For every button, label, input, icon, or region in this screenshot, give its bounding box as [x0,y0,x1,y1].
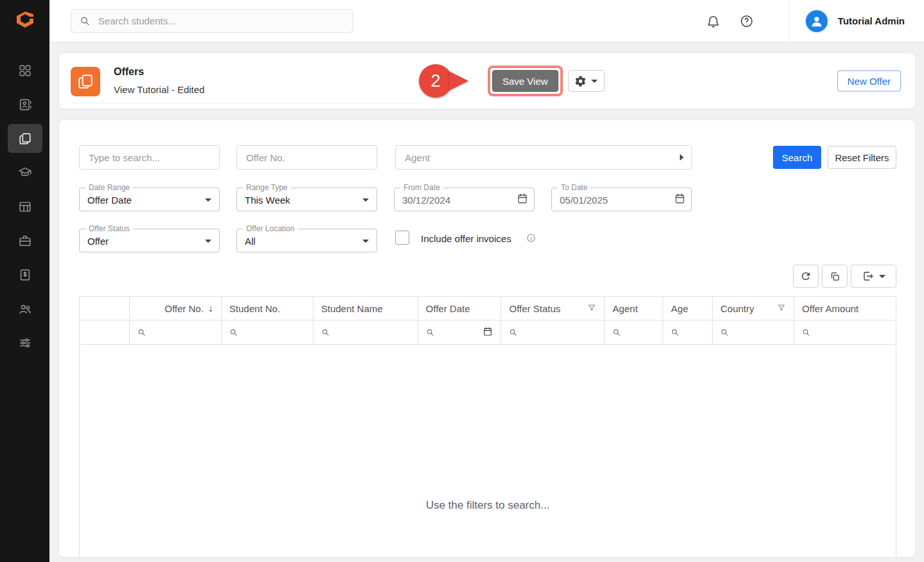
range-type-label: Range Type [243,183,291,192]
column-offer-no[interactable]: Offer No. ↓ [130,297,222,320]
search-button[interactable]: Search [773,146,821,169]
column-label: Offer Date [426,303,470,314]
column-label: Offer Amount [802,303,858,314]
column-label: Agent [612,303,637,314]
copy-button[interactable] [822,265,848,288]
brand-logo-icon [13,10,37,33]
offers-table: Offer No. ↓ Student No. Student Name Off… [79,296,896,558]
calendar-icon[interactable] [674,193,686,207]
export-button[interactable] [851,265,896,288]
chevron-down-icon [591,80,598,83]
table-empty-area: Use the filters to search... [79,344,896,558]
sidebar-item-settings[interactable] [8,328,42,357]
notifications-button[interactable] [700,8,727,35]
column-student-no[interactable]: Student No. [222,297,314,320]
reset-filters-button[interactable]: Reset Filters [828,146,896,169]
from-date-field[interactable]: From Date 30/12/2024 [394,188,535,211]
search-icon [671,328,680,337]
column-agent[interactable]: Agent [605,297,663,320]
include-invoices-checkbox[interactable] [395,231,409,245]
refresh-icon [800,270,812,282]
sidebar-item-courses[interactable] [8,158,42,187]
column-student-name[interactable]: Student Name [314,297,418,320]
chevron-down-icon [879,275,885,278]
calendar-icon[interactable] [517,193,528,207]
new-offer-button[interactable]: New Offer [837,71,901,92]
filter-cell-offer-status[interactable] [501,321,605,344]
column-age[interactable]: Age [663,297,713,320]
invoice-dollar-icon [18,268,32,282]
bell-icon [706,14,720,28]
column-label: Age [671,303,688,314]
sidebar [0,0,49,562]
offer-location-select[interactable]: Offer Location All [236,229,377,252]
column-offer-status[interactable]: Offer Status [501,297,605,320]
sidebar-item-invoices[interactable] [8,260,42,289]
view-settings-button[interactable] [568,70,605,92]
agent-field[interactable] [395,145,692,170]
include-invoices-label: Include offer invoices [421,233,511,244]
sidebar-item-students[interactable] [8,90,42,119]
user-profile[interactable]: Tutorial Admin [788,0,924,42]
column-country[interactable]: Country [713,297,794,320]
agent-input[interactable] [404,152,675,164]
info-icon[interactable] [526,233,536,245]
range-type-value: This Week [245,194,290,205]
annotation-arrow-icon [449,71,468,91]
filter-cell-offer-amount[interactable] [794,321,896,344]
filter-cell-agent[interactable] [605,321,663,344]
filter-cell-student-no[interactable] [222,321,314,344]
offers-document-icon [77,73,94,90]
sidebar-item-offers[interactable] [8,124,42,153]
global-search-input[interactable] [97,15,344,27]
chevron-down-icon [205,198,211,202]
filter-cell-select [80,321,130,344]
filter-cell-offer-no[interactable] [130,321,222,344]
view-name[interactable]: View Tutorial - Edited [114,84,204,95]
offer-no-field[interactable] [236,145,377,170]
filter-cell-age[interactable] [663,321,713,344]
search-icon [80,15,91,27]
user-name: Tutorial Admin [838,15,905,26]
offer-no-input[interactable] [245,152,369,164]
filter-cell-offer-date[interactable] [418,321,502,344]
column-label: Offer Status [509,303,560,314]
search-icon [229,328,238,337]
page-title: Offers [114,66,204,78]
export-icon [862,270,874,282]
gear-icon [574,75,587,87]
type-to-search-input[interactable] [87,152,211,164]
calendar-icon[interactable] [483,326,493,338]
sidebar-item-agents[interactable] [8,294,42,323]
annotation-cluster: 2 Save View [419,64,605,98]
help-button[interactable] [733,8,760,35]
global-search-box[interactable] [71,9,353,33]
avatar [804,9,829,33]
column-offer-amount[interactable]: Offer Amount [794,297,896,320]
sliders-icon [18,336,32,350]
filter-funnel-icon[interactable] [777,303,786,314]
search-icon [321,328,330,337]
filter-cell-student-name[interactable] [314,321,418,344]
filter-funnel-icon[interactable] [587,303,596,314]
to-date-field[interactable]: To Date 05/01/2025 [551,188,692,211]
range-type-select[interactable]: Range Type This Week [236,188,377,211]
filter-cell-country[interactable] [713,321,794,344]
sidebar-item-services[interactable] [8,226,42,255]
table-filter-row [79,320,896,344]
column-offer-date[interactable]: Offer Date [418,297,502,320]
app-logo[interactable] [0,0,49,42]
refresh-button[interactable] [793,265,819,288]
dashboard-icon [18,64,32,78]
table-header-row: Offer No. ↓ Student No. Student Name Off… [79,296,896,320]
sidebar-item-dashboard[interactable] [8,56,42,85]
chevron-down-icon [362,198,369,202]
sidebar-item-tables[interactable] [8,192,42,221]
date-range-select[interactable]: Date Range Offer Date [79,188,220,211]
courses-icon [18,166,32,180]
students-icon [18,98,32,112]
save-view-button[interactable]: Save View [492,70,558,92]
offer-status-select[interactable]: Offer Status Offer [79,229,220,252]
type-to-search-field[interactable] [79,145,220,170]
offers-page-icon [71,67,100,96]
